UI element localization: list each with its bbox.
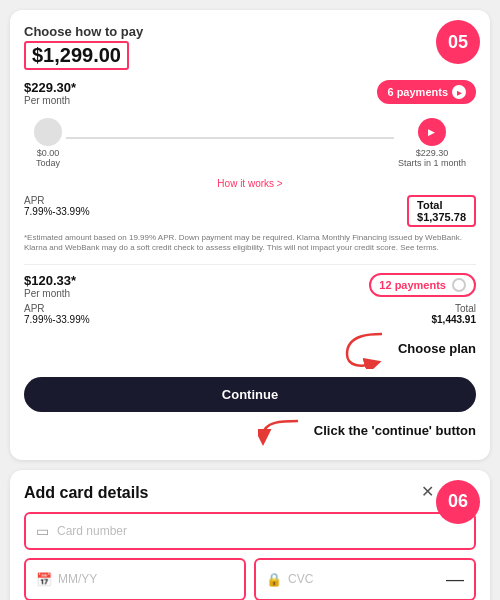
plan2-total-label: Total — [455, 303, 476, 314]
disclaimer-text: *Estimated amount based on 19.99% APR. D… — [24, 233, 476, 254]
add-card-title: Add card details — [24, 484, 476, 502]
continue-button[interactable]: Continue — [24, 377, 476, 412]
mmyy-field[interactable]: 📅 MM/YY — [24, 558, 246, 600]
arrow-icon-1 — [342, 329, 392, 369]
plan2-payments-badge[interactable]: 12 payments — [369, 273, 476, 297]
calendar-icon: 📅 — [36, 572, 52, 587]
plan1-payments-badge[interactable]: 6 payments — [377, 80, 476, 104]
lock-icon: 🔒 — [266, 572, 282, 587]
plan2-total-value: $1,443.91 — [432, 314, 477, 325]
arrow-icon-2 — [258, 416, 308, 446]
card-number-field[interactable]: ▭ Card number — [24, 512, 476, 550]
plan2-apr-total: APR 7.99%-33.99% Total $1,443.91 — [24, 303, 476, 325]
cvc-placeholder: CVC — [288, 572, 313, 586]
choose-plan-text: Choose plan — [398, 341, 476, 356]
card1-title: Choose how to pay — [24, 24, 476, 39]
plan1-apr: APR 7.99%-33.99% — [24, 195, 90, 227]
mmyy-placeholder: MM/YY — [58, 572, 97, 586]
card-icon: ▭ — [36, 523, 49, 539]
later-sub: Starts in 1 month — [398, 158, 466, 168]
plan1-total-box: Total $1,375.78 — [407, 195, 476, 227]
card-end-icon: — — [446, 569, 464, 590]
plan1-apr-total: APR 7.99%-33.99% Total $1,375.78 — [24, 195, 476, 227]
plan-divider — [24, 264, 476, 265]
plan1-payments-label: 6 payments — [387, 86, 448, 98]
choose-plan-annotation: Choose plan — [24, 329, 476, 369]
plan2-apr-value: 7.99%-33.99% — [24, 314, 90, 325]
plan2-total: Total $1,443.91 — [432, 303, 477, 325]
plan2-monthly: $120.33* — [24, 273, 76, 288]
add-card-details-card: 06 ✕ Add card details ▭ Card number 📅 MM… — [10, 470, 490, 600]
plan1-per-month: Per month — [24, 95, 76, 106]
plan1-total-label: Total — [417, 199, 442, 211]
card1-amount: $1,299.00 — [24, 41, 129, 70]
mm-cvc-row: 📅 MM/YY 🔒 CVC — — [24, 558, 476, 600]
step-badge-1: 05 — [436, 20, 480, 64]
cvc-field[interactable]: 🔒 CVC — — [254, 558, 476, 600]
timeline-node-today: $0.00 Today — [34, 118, 62, 168]
plan1-total-value: $1,375.78 — [417, 211, 466, 223]
click-continue-annotation: Click the 'continue' button — [24, 416, 476, 446]
plan2-apr-label: APR — [24, 303, 45, 314]
plan2-header: $120.33* Per month 12 payments — [24, 273, 476, 299]
plan1-header: $229.30* Per month 6 payments — [24, 80, 476, 106]
node-circle-later: ▶ — [418, 118, 446, 146]
plan2-radio[interactable] — [452, 278, 466, 292]
apr-label: APR — [24, 195, 45, 206]
timeline-line — [66, 137, 394, 139]
how-it-works-link[interactable]: How it works > — [24, 178, 476, 189]
timeline-node-later: ▶ $229.30 Starts in 1 month — [398, 118, 466, 168]
close-button[interactable]: ✕ — [421, 482, 434, 501]
play-icon[interactable] — [452, 85, 466, 99]
apr-value: 7.99%-33.99% — [24, 206, 90, 217]
timeline-row: $0.00 Today ▶ $229.30 Starts in 1 month — [24, 112, 476, 174]
today-sub: Today — [36, 158, 60, 168]
today-amount: $0.00 — [37, 148, 60, 158]
step-badge-2: 06 — [436, 480, 480, 524]
node-circle-today — [34, 118, 62, 146]
click-continue-text: Click the 'continue' button — [314, 423, 476, 438]
plan1-monthly: $229.30* — [24, 80, 76, 95]
later-amount: $229.30 — [416, 148, 449, 158]
card-number-placeholder: Card number — [57, 524, 127, 538]
payment-plan-card: 05 Choose how to pay $1,299.00 $229.30* … — [10, 10, 490, 460]
plan2-payments-label: 12 payments — [379, 279, 446, 291]
plan2-per-month: Per month — [24, 288, 76, 299]
plan2-apr: APR 7.99%-33.99% — [24, 303, 90, 325]
